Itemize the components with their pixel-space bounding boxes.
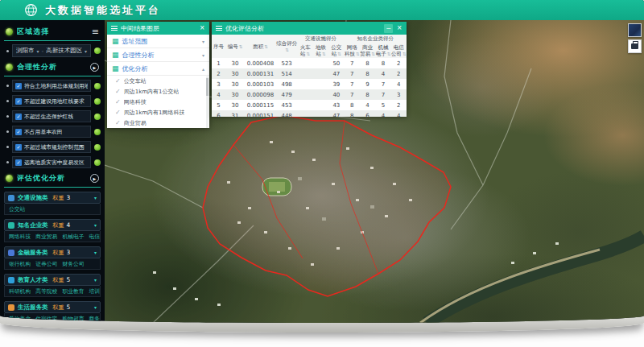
region-select[interactable]: 浏阳市 ▾ - 高新技术园区 ▾ — [12, 44, 91, 57]
toolbox-button[interactable] — [628, 39, 642, 53]
district-select-value[interactable]: 高新技术园区 — [46, 47, 82, 55]
layer-groups: ▦选址范围▾▦合理性分析▾▦优化分析▴ — [107, 35, 209, 76]
checkbox-checked-icon[interactable]: ✓ — [15, 114, 22, 120]
bullet-dot — [6, 115, 9, 118]
checkmark-icon[interactable]: ✓ — [115, 77, 121, 85]
sort-icon[interactable]: ⇅ — [307, 52, 311, 56]
checkbox-checked-icon[interactable]: ✓ — [15, 159, 22, 166]
checkbox-checked-icon[interactable]: ✓ — [15, 144, 22, 151]
minimize-icon[interactable]: – — [384, 24, 393, 33]
column-header[interactable]: 商业贸易⇅ — [360, 43, 375, 58]
category-header[interactable]: 生活服务类权重5▾ — [4, 301, 101, 313]
layer-item-row[interactable]: ✓周边1km内有1公交站 — [107, 86, 209, 97]
sort-icon[interactable]: ⇅ — [239, 44, 243, 49]
column-header[interactable]: 电信公司⇅ — [391, 43, 407, 58]
column-header[interactable]: 综合评分⇅ — [276, 35, 298, 58]
layer-item-row[interactable]: ✓公交车站 — [107, 76, 209, 86]
checkmark-icon[interactable]: ✓ — [115, 98, 121, 105]
column-header[interactable]: 面积⇅ — [245, 35, 276, 58]
poi-tag[interactable]: 职业教育 — [62, 287, 84, 295]
poi-tag[interactable]: 银行机构 — [9, 260, 31, 268]
layer-group-row[interactable]: ▦合理性分析▾ — [107, 48, 209, 62]
layer-item-row[interactable]: ✓网络科技 — [107, 97, 209, 107]
chevron-down-icon[interactable]: ▾ — [94, 222, 97, 228]
overview-map-button[interactable] — [628, 23, 642, 37]
poi-tag[interactable]: 证券公司 — [35, 260, 57, 268]
poi-tag[interactable]: 公交站 — [9, 205, 25, 213]
run-evaluation-button[interactable]: ▶ — [90, 174, 99, 183]
chevron-down-icon[interactable]: ▾ — [94, 195, 97, 200]
sort-icon[interactable]: ⇅ — [337, 52, 341, 56]
scrollbar[interactable] — [206, 76, 208, 128]
sort-icon[interactable]: ⇅ — [402, 52, 407, 56]
table-row[interactable]: 4300.000098479407873 — [212, 89, 407, 100]
table-cell: 4 — [360, 100, 375, 110]
checkbox-checked-icon[interactable]: ✓ — [15, 98, 22, 105]
table-row[interactable]: 5300.000115453438452 — [212, 100, 407, 110]
poi-tag[interactable]: 培训机构 — [89, 287, 101, 295]
column-header[interactable]: 火车站⇅ — [297, 43, 312, 58]
chevron-down-icon[interactable]: ▾ — [94, 250, 97, 255]
poi-tag[interactable]: 电信公司 — [89, 233, 101, 241]
sort-icon[interactable]: ⇅ — [285, 48, 289, 52]
table-row[interactable]: 6310.000151448478644 — [212, 110, 407, 117]
close-icon[interactable]: × — [199, 24, 205, 32]
layer-group-row[interactable]: ▦选址范围▾ — [107, 35, 209, 48]
column-header[interactable]: 机械电子⇅ — [375, 43, 390, 58]
table-cell: 8 — [360, 58, 375, 68]
close-icon[interactable]: × — [396, 24, 402, 32]
category-header[interactable]: 知名企业类权重4▾ — [4, 219, 101, 231]
poi-tag[interactable]: 高等院校 — [35, 287, 57, 295]
layer-item-row[interactable]: ✓周边1km内有1网络科技 — [107, 107, 209, 118]
table-row[interactable]: 2300.000131514477842 — [212, 68, 407, 79]
weight-label: 权重 — [53, 194, 64, 202]
run-analysis-button[interactable]: ▶ — [90, 63, 99, 72]
category-header[interactable]: 教育人才类权重5▾ — [4, 274, 101, 286]
sort-icon[interactable]: ⇅ — [356, 52, 360, 56]
table-row[interactable]: 1300.000408523507882 — [212, 58, 407, 68]
map-area[interactable]: 中间结果图层 × ▦选址范围▾▦合理性分析▾▦优化分析▴ ✓公交车站✓周边1km… — [105, 20, 644, 323]
chevron-down-icon[interactable]: ▾ — [94, 304, 97, 310]
poi-tag[interactable]: 网络科技 — [9, 233, 31, 241]
rationality-checklist: ✓符合土地利用总体规划用地要求✓不超过建设用地红线要求✓不超过生态保护红线✓不占… — [0, 80, 105, 168]
menu-icon[interactable]: ≡ — [92, 28, 99, 36]
sort-icon[interactable]: ⇅ — [322, 52, 326, 56]
checkbox-checked-icon[interactable]: ✓ — [15, 83, 22, 89]
category-name: 教育人才类 — [18, 276, 48, 284]
column-header[interactable]: 网络科技⇅ — [345, 43, 360, 58]
category-header[interactable]: 交通设施类权重3▾ — [4, 192, 101, 204]
chevron-down-icon[interactable]: ▾ — [94, 277, 97, 283]
column-header[interactable]: 地铁站⇅ — [313, 43, 328, 58]
sort-icon[interactable]: ⇅ — [264, 44, 268, 49]
chevron-down-icon[interactable]: ▾ — [202, 39, 204, 44]
checkmark-icon[interactable]: ✓ — [115, 88, 121, 95]
bullet-dot — [6, 50, 9, 52]
poi-tag[interactable]: 商业贸易 — [35, 233, 57, 241]
rationality-label: 不超过城市规划控制范围 — [24, 143, 85, 151]
sort-icon[interactable]: ⇅ — [371, 52, 375, 56]
layers-panel-header[interactable]: 中间结果图层 × — [107, 22, 209, 35]
table-cell: 2 — [391, 100, 407, 110]
poi-tag[interactable]: 财务公司 — [62, 260, 84, 268]
poi-tag[interactable]: 机械电子 — [62, 233, 84, 241]
chevron-up-icon[interactable]: ▴ — [202, 66, 204, 72]
results-panel-header[interactable]: 优化评估分析 – × — [212, 22, 407, 35]
poi-tag[interactable]: 科研机构 — [9, 287, 31, 295]
checkmark-icon[interactable]: ✓ — [115, 109, 121, 116]
layers-panel: 中间结果图层 × ▦选址范围▾▦合理性分析▾▦优化分析▴ ✓公交车站✓周边1km… — [107, 22, 209, 128]
checkbox-checked-icon[interactable]: ✓ — [15, 129, 22, 135]
table-cell — [297, 58, 312, 68]
table-cell: 7 — [375, 79, 390, 89]
city-select-value[interactable]: 浏阳市 — [16, 47, 34, 55]
category-header[interactable]: 金融服务类权重3▾ — [4, 246, 101, 258]
chevron-down-icon[interactable]: ▾ — [202, 52, 204, 58]
layer-item-row[interactable]: ✓商业贸易 — [107, 118, 209, 128]
layer-group-row[interactable]: ▦优化分析▴ — [107, 62, 209, 76]
site-boundary-polygon[interactable] — [203, 115, 451, 296]
table-cell: 30 — [225, 79, 245, 89]
sort-icon[interactable]: ⇅ — [387, 52, 391, 56]
column-header[interactable]: 编号⇅ — [225, 35, 245, 58]
checkmark-icon[interactable]: ✓ — [115, 119, 121, 126]
column-header[interactable]: 公交站⇅ — [328, 43, 344, 58]
table-row[interactable]: 3300.000103498397974 — [212, 79, 407, 89]
